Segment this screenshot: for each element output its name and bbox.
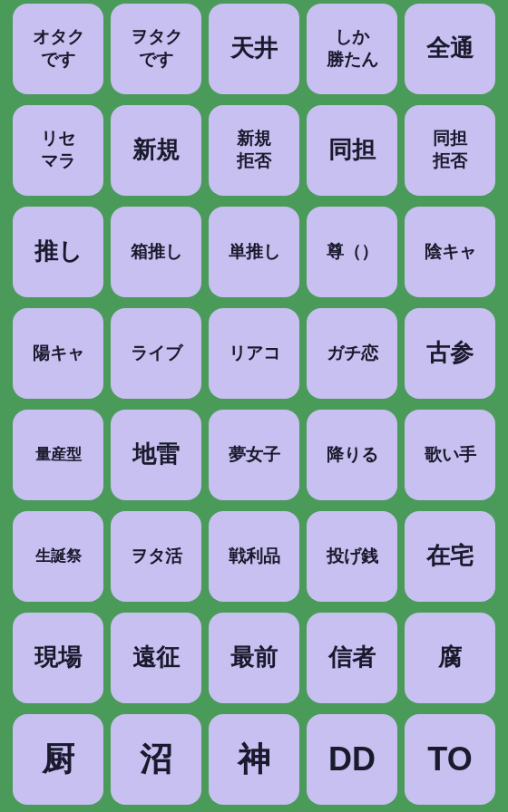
grid-cell-oshi[interactable]: 推し — [13, 207, 103, 297]
grid-cell-genba[interactable]: 現場 — [13, 613, 103, 703]
grid-cell-hako-oshi[interactable]: 箱推し — [111, 207, 201, 297]
grid-cell-ryousan-gata[interactable]: 量産型 — [13, 410, 103, 500]
grid-cell-otaku-desu[interactable]: オタク です — [13, 4, 103, 94]
grid-cell-tenjou[interactable]: 天井 — [209, 4, 299, 94]
grid-cell-saizen[interactable]: 最前 — [209, 613, 299, 703]
grid-cell-to[interactable]: TO — [405, 714, 495, 805]
grid-cell-in-kya[interactable]: 陰キャ — [405, 207, 495, 297]
grid-cell-utaite[interactable]: 歌い手 — [405, 410, 495, 500]
grid-cell-nage-zeni[interactable]: 投げ銭 — [307, 511, 397, 602]
grid-cell-jirai[interactable]: 地雷 — [111, 410, 201, 500]
grid-cell-live[interactable]: ライブ — [111, 308, 201, 399]
grid-cell-zaitaku[interactable]: 在宅 — [405, 511, 495, 602]
grid-cell-yume-joshi[interactable]: 夢女子 — [209, 410, 299, 500]
grid-cell-tanjoubi-sai[interactable]: 生誕祭 — [13, 511, 103, 602]
grid-cell-ko-san[interactable]: 古参 — [405, 308, 495, 399]
grid-cell-oriru[interactable]: 降りる — [307, 410, 397, 500]
grid-cell-yotaku-desu[interactable]: ヲタク です — [111, 4, 201, 94]
grid-cell-senrihin[interactable]: 戦利品 — [209, 511, 299, 602]
grid-cell-shinki-kyohi[interactable]: 新規 拒否 — [209, 105, 299, 196]
grid-cell-doutou-kyohi[interactable]: 同担 拒否 — [405, 105, 495, 196]
grid-cell-kami[interactable]: 神 — [209, 714, 299, 805]
grid-cell-ensei[interactable]: 遠征 — [111, 613, 201, 703]
grid-cell-riako[interactable]: リアコ — [209, 308, 299, 399]
grid-cell-doutou[interactable]: 同担 — [307, 105, 397, 196]
grid-cell-tan-oshi[interactable]: 単推し — [209, 207, 299, 297]
grid-cell-cho[interactable]: 厨 — [13, 714, 103, 805]
grid-cell-son-i[interactable]: 尊（） — [307, 207, 397, 297]
grid-cell-you-kya[interactable]: 陽キャ — [13, 308, 103, 399]
grid-cell-rise-mara[interactable]: リセ マラ — [13, 105, 103, 196]
grid-cell-gachi-koi[interactable]: ガチ恋 — [307, 308, 397, 399]
grid-cell-dd[interactable]: DD — [307, 714, 397, 805]
grid-cell-shika-katan[interactable]: しか 勝たん — [307, 4, 397, 94]
grid-cell-shinji[interactable]: 信者 — [307, 613, 397, 703]
grid-cell-fuku[interactable]: 腐 — [405, 613, 495, 703]
grid-cell-yota-katsu[interactable]: ヲタ活 — [111, 511, 201, 602]
grid-cell-numa[interactable]: 沼 — [111, 714, 201, 805]
grid-cell-shinki[interactable]: 新規 — [111, 105, 201, 196]
grid-cell-zentsu[interactable]: 全通 — [405, 4, 495, 94]
emoji-grid: オタク ですヲタク です天井しか 勝たん全通リセ マラ新規新規 拒否同担同担 拒… — [2, 0, 506, 812]
